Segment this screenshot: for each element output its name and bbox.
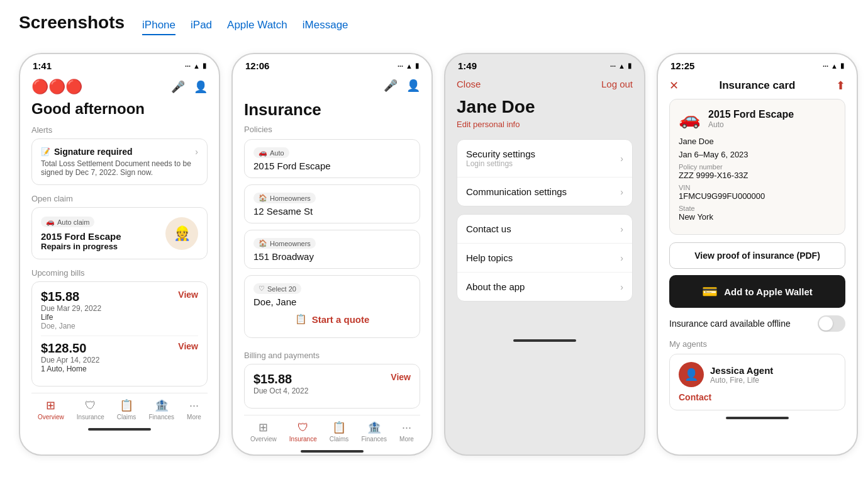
home-icon-1: 🏠 [259, 194, 267, 202]
bill-due-2: Due Apr 14, 2022 [41, 356, 99, 364]
nav2-finances[interactable]: 🏦 Finances [361, 420, 387, 443]
agent-contact-button[interactable]: Contact [679, 392, 836, 402]
wifi-icon-4: ▲ [831, 62, 838, 70]
mic-icon[interactable]: 🎤 [171, 80, 185, 94]
security-settings-content: Security settings Login settings [466, 149, 535, 168]
mic-icon-2[interactable]: 🎤 [384, 79, 398, 93]
share-button[interactable]: ⬆ [836, 79, 845, 93]
login-settings-sublabel: Login settings [466, 159, 535, 168]
policy-home2[interactable]: 🏠 Homeowners 151 Broadway [244, 230, 420, 269]
alert-card[interactable]: 📝 Signature required Total Loss Settleme… [31, 138, 208, 185]
contact-us-row[interactable]: Contact us › [457, 215, 632, 243]
agent-avatar: 👤 [679, 362, 704, 387]
screen-profile: 1:49 ··· ▲ ▮ Close Log out Jane Doe Edit… [444, 53, 645, 456]
tab-imessage[interactable]: iMessage [303, 19, 348, 35]
nav-insurance[interactable]: 🛡 Insurance [77, 399, 104, 420]
more-label-2: More [399, 436, 414, 443]
bill-amount-1: $15.88 [41, 290, 101, 304]
policy-home1[interactable]: 🏠 Homeowners 12 Sesame St [244, 184, 420, 223]
wifi-icon-3: ▲ [618, 62, 625, 70]
claim-info: 🚗 Auto claim 2015 Ford Escape Repairs in… [41, 215, 121, 251]
policy-auto[interactable]: 🚗 Auto 2015 Ford Escape [244, 139, 420, 178]
profile-topbar: Close Log out [445, 74, 644, 97]
bill-type-2: 1 Auto, Home [41, 364, 99, 373]
finances-icon-2: 🏦 [367, 420, 381, 434]
overview-icon-2: ⊞ [259, 420, 268, 434]
claim-card[interactable]: 🚗 Auto claim 2015 Ford Escape Repairs in… [31, 207, 208, 259]
insurance-icon: 🛡 [85, 399, 96, 412]
profile-icon[interactable]: 👤 [194, 80, 208, 94]
home-indicator-4 [726, 417, 789, 419]
claim-badge: 🚗 Auto claim [41, 217, 94, 227]
car-icon: 🚗 [46, 218, 55, 226]
agent-details: Jessica Agent Auto, Fire, Life [710, 365, 773, 385]
bill-due-1: Due Mar 29, 2022 [41, 304, 101, 313]
wallet-btn-label: Add to Apple Wallet [724, 286, 813, 297]
status-icons-2: ··· ▲ ▮ [398, 62, 419, 70]
nav-finances[interactable]: 🏦 Finances [148, 398, 174, 420]
help-topics-row[interactable]: Help topics › [457, 243, 632, 272]
ins-holder-name: Jane Doe [679, 137, 836, 146]
add-to-wallet-button[interactable]: 💳 Add to Apple Wallet [669, 275, 845, 308]
tab-ipad[interactable]: iPad [191, 19, 212, 35]
bill-view-2[interactable]: View [178, 341, 198, 351]
bill-card-1[interactable]: $15.88 Due Mar 29, 2022 Life Doe, Jane V… [31, 281, 208, 387]
agent-name: Jessica Agent [710, 365, 773, 376]
finances-label-2: Finances [361, 436, 387, 443]
offline-toggle[interactable] [818, 315, 845, 332]
more-label: More [187, 414, 201, 420]
nav2-overview[interactable]: ⊞ Overview [250, 420, 277, 443]
ins-car-header: 🚗 2015 Ford Escape Auto [679, 108, 836, 129]
ins-vin: VIN 1FMCU9G99FU000000 [679, 184, 836, 201]
security-settings-card: Security settings Login settings › Commu… [457, 139, 633, 206]
tab-iphone[interactable]: iPhone [142, 19, 175, 35]
nav-claims[interactable]: 📋 Claims [117, 398, 136, 420]
page-title: Screenshots [19, 13, 125, 33]
heart-icon: ♡ [259, 285, 265, 293]
home2-policy-name: 151 Broadway [253, 251, 411, 262]
nav2-claims[interactable]: 📋 Claims [330, 420, 349, 443]
profile-icon-2[interactable]: 👤 [406, 79, 420, 93]
about-app-row[interactable]: About the app › [457, 272, 632, 301]
ins-policy-number: Policy number ZZZ 9999-X16-33Z [679, 163, 836, 180]
dots-icon-3: ··· [610, 62, 616, 70]
communication-settings-row[interactable]: Communication settings › [457, 177, 632, 206]
app-header-2: 🎤 👤 [233, 74, 431, 98]
wallet-icon: 💳 [702, 284, 718, 299]
billing-card[interactable]: $15.88 Due Oct 4, 2022 View [244, 364, 420, 409]
start-quote-button[interactable]: 📋 Start a quote [253, 307, 411, 331]
tab-apple-watch[interactable]: Apple Watch [227, 19, 287, 35]
more-icon-2: ··· [402, 421, 411, 434]
bill-view-1[interactable]: View [178, 290, 198, 300]
dots-icon: ··· [185, 62, 191, 70]
view-proof-button[interactable]: View proof of insurance (PDF) [669, 242, 845, 269]
security-settings-row[interactable]: Security settings Login settings › [457, 140, 632, 177]
edit-personal-info[interactable]: Edit personal info [445, 120, 644, 139]
status-icons-4: ··· ▲ ▮ [823, 62, 844, 70]
overview-icon: ⊞ [46, 398, 55, 412]
status-bar-1: 1:41 ··· ▲ ▮ [20, 54, 219, 74]
close-button[interactable]: Close [457, 79, 481, 89]
billing-view[interactable]: View [391, 372, 411, 382]
claim-title: 2015 Ford Escape [41, 231, 121, 242]
dots-icon-2: ··· [398, 62, 403, 70]
tab-navigation: iPhone iPad Apple Watch iMessage [142, 19, 348, 35]
nav2-insurance[interactable]: 🛡 Insurance [289, 421, 317, 443]
card-close-button[interactable]: ✕ [669, 79, 679, 93]
dots-icon-4: ··· [823, 62, 828, 70]
logout-button[interactable]: Log out [601, 79, 633, 89]
status-icons-3: ··· ▲ ▮ [610, 62, 632, 70]
insurance-card-detail: 🚗 2015 Ford Escape Auto Jane Doe Jan 6–M… [669, 99, 845, 235]
claim-illustration: 👷 [165, 217, 198, 250]
battery-icon-4: ▮ [840, 62, 844, 70]
time-1: 1:41 [33, 60, 52, 71]
alert-content: 📝 Signature required Total Loss Settleme… [41, 147, 195, 177]
nav-overview[interactable]: ⊞ Overview [38, 398, 64, 420]
policy-select20[interactable]: ♡ Select 20 Doe, Jane 📋 Start a quote [244, 275, 420, 338]
nav-more[interactable]: ··· More [187, 399, 201, 420]
bottom-nav-2: ⊞ Overview 🛡 Insurance 📋 Claims 🏦 Financ… [244, 415, 420, 445]
billing-row: $15.88 Due Oct 4, 2022 View [253, 372, 411, 395]
app-header-1: 🔴🔴🔴 🎤 👤 [20, 74, 219, 100]
more-icon: ··· [189, 399, 199, 412]
nav2-more[interactable]: ··· More [399, 421, 414, 443]
